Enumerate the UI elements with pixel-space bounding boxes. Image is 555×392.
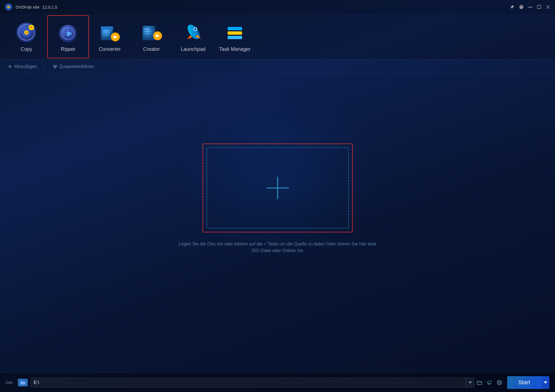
drop-hint-text: Legen Sie die Disc ein oder klicken auf … bbox=[178, 241, 378, 254]
nav-label-taskmanager: Task Manager bbox=[219, 46, 250, 52]
nav-bar: + Copy bbox=[0, 14, 555, 60]
browse-button[interactable] bbox=[474, 378, 484, 388]
svg-point-12 bbox=[25, 31, 28, 34]
nav-label-creator: Creator bbox=[143, 46, 160, 52]
svg-rect-22 bbox=[65, 32, 67, 33]
destination-label: Ziel: bbox=[6, 380, 13, 385]
nav-item-creator[interactable]: Creator bbox=[131, 15, 172, 58]
svg-rect-47 bbox=[228, 27, 242, 30]
svg-point-46 bbox=[194, 28, 196, 30]
start-button[interactable]: Start bbox=[507, 376, 541, 389]
nav-item-launchpad[interactable]: Launchpad bbox=[172, 15, 214, 58]
nav-item-ripper[interactable]: Ripper bbox=[47, 15, 89, 58]
minimize-button[interactable] bbox=[528, 4, 533, 9]
main-content: Legen Sie die Disc ein oder klicken auf … bbox=[0, 74, 555, 324]
merge-button[interactable]: Zusammenführen bbox=[51, 63, 96, 70]
svg-rect-53 bbox=[55, 65, 57, 66]
merge-icon bbox=[53, 64, 57, 69]
add-source-icon bbox=[267, 177, 289, 199]
toolbar-separator bbox=[45, 64, 45, 70]
svg-point-3 bbox=[8, 6, 9, 7]
svg-rect-25 bbox=[69, 30, 71, 31]
destination-row: E:\ bbox=[31, 378, 504, 388]
add-icon bbox=[8, 64, 12, 69]
svg-rect-54 bbox=[54, 67, 56, 68]
merge-label: Zusammenführen bbox=[59, 64, 94, 69]
svg-rect-49 bbox=[228, 36, 242, 39]
globe-button[interactable] bbox=[494, 378, 504, 388]
add-label: Hinzufügen bbox=[14, 64, 37, 69]
start-dropdown-button[interactable] bbox=[541, 376, 549, 389]
nav-item-converter[interactable]: Converter bbox=[89, 15, 131, 58]
start-btn-wrapper: Start bbox=[507, 376, 549, 389]
drop-zone[interactable] bbox=[203, 144, 353, 232]
app-version: 12.0.1.5 bbox=[42, 5, 57, 9]
taskmanager-icon bbox=[224, 21, 246, 44]
launchpad-icon bbox=[182, 21, 204, 44]
svg-rect-40 bbox=[144, 31, 151, 32]
add-button[interactable]: Hinzufügen bbox=[6, 63, 39, 70]
drop-zone-inner bbox=[206, 147, 349, 228]
nav-item-copy[interactable]: + Copy bbox=[6, 15, 47, 58]
svg-rect-21 bbox=[65, 30, 67, 31]
svg-rect-41 bbox=[144, 33, 150, 34]
svg-rect-31 bbox=[103, 30, 111, 31]
copy-icon: + bbox=[15, 21, 38, 44]
destination-path[interactable]: E:\ bbox=[31, 378, 466, 388]
svg-rect-4 bbox=[528, 7, 532, 7]
nav-label-ripper: Ripper bbox=[61, 46, 75, 52]
folder-icon bbox=[18, 379, 28, 386]
svg-rect-33 bbox=[103, 35, 109, 36]
destination-path-text: E:\ bbox=[34, 380, 39, 385]
pin-button[interactable] bbox=[510, 4, 515, 9]
ripper-icon bbox=[57, 21, 79, 44]
creator-icon bbox=[140, 21, 163, 44]
nav-label-launchpad: Launchpad bbox=[181, 46, 205, 52]
svg-rect-39 bbox=[144, 29, 149, 29]
svg-rect-23 bbox=[65, 34, 67, 36]
maximize-button[interactable] bbox=[537, 4, 542, 9]
drop-content: Legen Sie die Disc ein oder klicken auf … bbox=[178, 144, 378, 254]
nav-item-taskmanager[interactable]: Task Manager bbox=[214, 15, 256, 58]
svg-rect-5 bbox=[537, 5, 541, 9]
destination-dropdown[interactable] bbox=[466, 378, 474, 388]
refresh-button[interactable] bbox=[484, 378, 494, 388]
nav-label-converter: Converter bbox=[99, 46, 121, 52]
svg-rect-32 bbox=[103, 32, 110, 34]
svg-text:+: + bbox=[30, 26, 32, 29]
bottom-bar: Ziel: E:\ bbox=[0, 373, 555, 392]
network-button[interactable] bbox=[519, 4, 524, 9]
title-bar-left: DVDFab x64 12.0.1.5 bbox=[4, 3, 57, 11]
svg-rect-30 bbox=[101, 26, 113, 29]
converter-icon bbox=[99, 21, 121, 44]
app-logo bbox=[4, 3, 13, 11]
title-bar-controls bbox=[510, 4, 551, 9]
svg-rect-52 bbox=[53, 65, 55, 66]
app-name: DVDFab x64 bbox=[16, 5, 39, 9]
title-bar: DVDFab x64 12.0.1.5 bbox=[0, 0, 555, 14]
nav-label-copy: Copy bbox=[21, 46, 32, 52]
close-button[interactable] bbox=[546, 4, 551, 9]
toolbar: Hinzufügen Zusammenführen bbox=[0, 60, 555, 74]
svg-rect-48 bbox=[228, 31, 242, 35]
